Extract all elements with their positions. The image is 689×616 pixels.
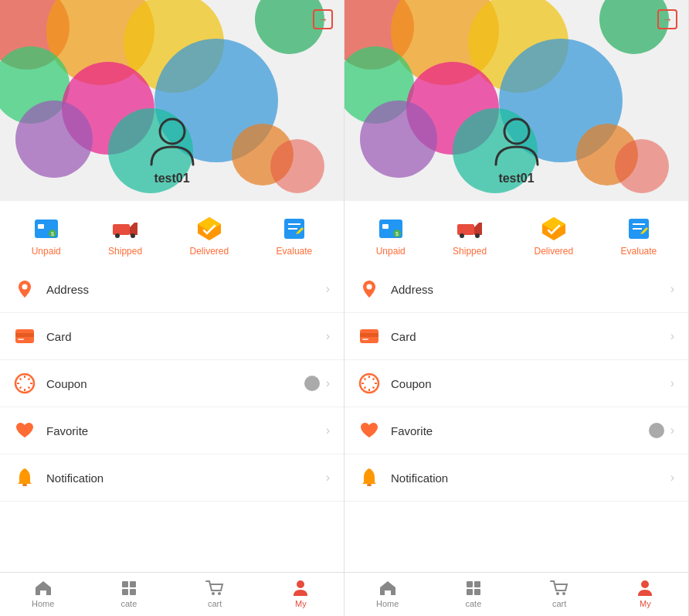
order-delivered-left[interactable]: Delivered — [190, 215, 229, 257]
order-status-left: $ Unpaid Shipped Delivered — [0, 201, 344, 266]
address-icon — [14, 278, 36, 300]
order-shipped-right[interactable]: Shipped — [453, 215, 487, 257]
cate-icon — [464, 579, 483, 597]
shipped-icon — [456, 215, 484, 243]
chevron-right-icon: › — [670, 424, 674, 437]
menu-address-right[interactable]: Address › — [344, 266, 688, 313]
deco-circle — [360, 100, 437, 178]
svg-point-29 — [212, 592, 215, 595]
order-shipped-left[interactable]: Shipped — [108, 215, 142, 257]
coupon-label-left: Coupon — [46, 377, 304, 390]
coupon-icon — [358, 373, 380, 394]
menu-notification-right[interactable]: Notification › — [344, 454, 688, 502]
coupon-badge-left — [304, 376, 320, 391]
svg-point-63 — [641, 580, 649, 588]
chevron-right-icon: › — [326, 424, 330, 437]
nav-cart-left[interactable]: cart — [172, 579, 258, 608]
chevron-right-icon: › — [326, 282, 330, 296]
avatar-left — [145, 114, 199, 168]
menu-address-left[interactable]: Address › — [0, 266, 344, 313]
order-status-right: $ Unpaid Shipped Delivered — [344, 201, 688, 266]
nav-my-left[interactable]: My — [258, 579, 344, 608]
svg-point-0 — [160, 119, 185, 144]
unpaid-label: Unpaid — [376, 246, 406, 257]
logout-button-right[interactable] — [657, 9, 677, 29]
order-evaluate-left[interactable]: Evaluate — [277, 215, 313, 257]
unpaid-icon: $ — [32, 215, 60, 243]
order-unpaid-left[interactable]: $ Unpaid — [32, 215, 61, 257]
favorite-label-right: Favorite — [391, 424, 649, 437]
delivered-icon — [195, 215, 223, 243]
nav-home-label-right: Home — [376, 599, 399, 608]
svg-rect-2 — [38, 224, 44, 229]
svg-rect-45 — [360, 333, 378, 337]
evaluate-label: Evaluate — [621, 246, 657, 257]
svg-point-6 — [115, 233, 120, 238]
evaluate-label: Evaluate — [277, 246, 313, 257]
nav-cart-right[interactable]: cart — [517, 579, 602, 608]
svg-rect-60 — [474, 589, 480, 595]
nav-home-right[interactable]: Home — [344, 579, 430, 608]
menu-coupon-left[interactable]: Coupon › — [0, 360, 344, 407]
profile-header-right: test01 — [344, 0, 688, 201]
svg-line-23 — [20, 387, 22, 389]
home-icon — [34, 579, 53, 597]
nav-cate-label-right: cate — [465, 599, 481, 608]
notification-icon — [358, 467, 380, 488]
svg-rect-24 — [22, 484, 27, 486]
menu-favorite-right[interactable]: Favorite › — [344, 407, 688, 454]
svg-point-43 — [367, 284, 372, 290]
shipped-label: Shipped — [453, 246, 487, 257]
nav-my-label-right: My — [640, 599, 651, 608]
username-right: test01 — [498, 172, 534, 185]
svg-rect-37 — [457, 224, 474, 235]
menu-favorite-left[interactable]: Favorite › — [0, 407, 344, 454]
shipped-icon — [111, 215, 139, 243]
order-evaluate-right[interactable]: Evaluate — [621, 215, 657, 257]
menu-card-left[interactable]: Card › — [0, 313, 344, 360]
menu-coupon-right[interactable]: Coupon › — [344, 360, 688, 407]
svg-rect-58 — [474, 581, 480, 587]
svg-point-38 — [460, 233, 464, 238]
svg-rect-26 — [130, 581, 136, 587]
delivered-label: Delivered — [190, 246, 229, 257]
nav-my-right[interactable]: My — [602, 579, 688, 608]
menu-list-right: Address › Card › — [344, 266, 688, 572]
svg-rect-46 — [362, 339, 368, 340]
nav-cate-label-left: cate — [120, 599, 137, 608]
notification-icon — [14, 467, 36, 488]
nav-cate-right[interactable]: cate — [430, 579, 516, 608]
svg-point-61 — [556, 592, 559, 595]
favorite-badge-right — [649, 423, 664, 438]
svg-rect-34 — [382, 224, 389, 229]
favorite-icon — [358, 420, 380, 441]
svg-point-7 — [131, 233, 135, 238]
my-icon-active — [291, 579, 310, 597]
bottom-nav-left: Home cate cart — [0, 572, 344, 616]
deco-circle — [15, 100, 93, 178]
notification-label-left: Notification — [46, 471, 326, 485]
chevron-right-icon: › — [670, 471, 674, 485]
svg-point-11 — [22, 284, 28, 290]
notification-label-right: Notification — [391, 471, 670, 485]
menu-notification-left[interactable]: Notification › — [0, 454, 344, 502]
svg-rect-56 — [367, 484, 372, 486]
nav-home-left[interactable]: Home — [0, 579, 86, 608]
chevron-right-icon: › — [670, 282, 674, 296]
menu-card-right[interactable]: Card › — [344, 313, 688, 360]
svg-point-39 — [475, 233, 480, 238]
logout-button-left[interactable] — [313, 9, 333, 29]
svg-line-53 — [373, 387, 375, 389]
svg-line-21 — [29, 387, 30, 389]
deco-circle — [615, 139, 669, 193]
svg-rect-13 — [15, 333, 34, 337]
svg-line-52 — [365, 379, 366, 380]
svg-rect-5 — [113, 224, 130, 235]
nav-cate-left[interactable]: cate — [86, 579, 171, 608]
svg-rect-59 — [467, 589, 473, 595]
shipped-label: Shipped — [108, 246, 142, 257]
svg-rect-27 — [122, 589, 128, 595]
nav-cart-label-left: cart — [208, 599, 222, 608]
order-delivered-right[interactable]: Delivered — [535, 215, 574, 257]
order-unpaid-right[interactable]: $ Unpaid — [376, 215, 406, 257]
